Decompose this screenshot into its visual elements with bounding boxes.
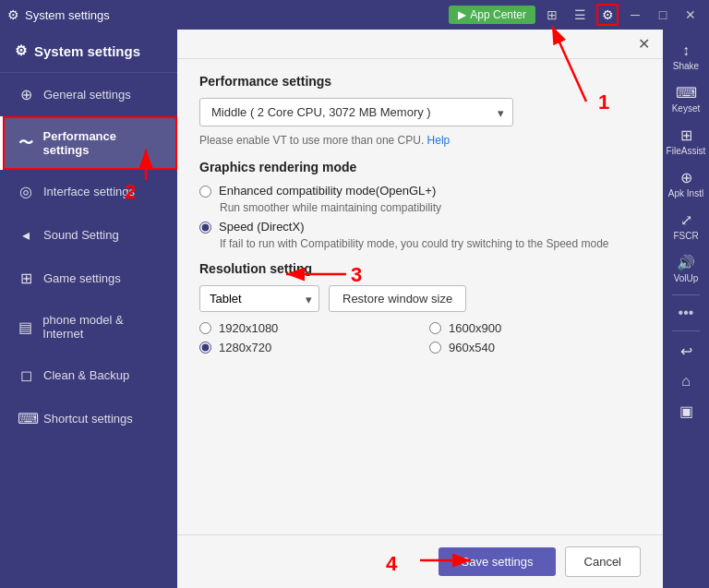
content-header: ✕ (177, 30, 663, 59)
directx-option: Speed (DirectX) (199, 220, 641, 234)
resolution-1280: 1280x720 (199, 341, 411, 354)
shortcut-icon: ⌨ (18, 410, 34, 427)
cpu-memory-dropdown[interactable]: Low ( 1 Core CPU, 1024 MB Memory ) Middl… (199, 98, 513, 126)
interface-icon: ◎ (18, 183, 34, 200)
resolution-1600: 1600x900 (429, 321, 641, 335)
apkinstl-label: Apk Instl (668, 188, 703, 198)
resolution-1920-radio[interactable] (199, 322, 211, 334)
home-icon: ⌂ (681, 373, 691, 390)
footer: Save settings Cancel (177, 534, 663, 588)
sidebar: ⚙ System settings ⊕ General settings 〜 P… (0, 30, 177, 588)
resolution-options-grid: 1920x1080 1600x900 1280x720 960x540 (199, 321, 641, 354)
fscr-tool[interactable]: ⤢ FSCR (663, 206, 709, 246)
sidebar-title: ⚙ System settings (0, 30, 177, 73)
opengl-label[interactable]: Enhanced compatibility mode(OpenGL+) (219, 184, 436, 198)
resolution-960-label[interactable]: 960x540 (449, 341, 495, 354)
more-tools-button[interactable]: ••• (675, 301, 698, 325)
sidebar-item-phone[interactable]: ▤ phone model & Internet (0, 300, 177, 354)
sidebar-title-icon: ⚙ (15, 42, 27, 59)
home-button[interactable]: ⌂ (663, 367, 709, 395)
sidebar-item-sound[interactable]: ◂ Sound Setting (0, 213, 177, 257)
cpu-memory-dropdown-wrapper: Low ( 1 Core CPU, 1024 MB Memory ) Middl… (199, 98, 513, 126)
opengl-option: Enhanced compatibility mode(OpenGL+) (199, 184, 641, 198)
restore-window-size-button[interactable]: Restore window size (329, 285, 466, 312)
resolution-1280-radio[interactable] (199, 342, 211, 354)
content-close-button[interactable]: ✕ (632, 33, 655, 54)
resolution-1920: 1920x1080 (199, 321, 411, 335)
directx-desc: If fail to run with Compatibility mode, … (220, 237, 641, 250)
opengl-radio[interactable] (199, 186, 211, 198)
volup-icon: 🔊 (677, 254, 695, 271)
resolution-1600-label[interactable]: 1600x900 (449, 321, 501, 335)
volup-tool[interactable]: 🔊 VolUp (663, 248, 709, 289)
sidebar-item-general[interactable]: ⊕ General settings (0, 73, 177, 116)
cancel-button[interactable]: Cancel (565, 546, 641, 577)
resolution-dropdown[interactable]: Tablet Phone Custom (199, 285, 319, 312)
keyset-label: Keyset (672, 103, 701, 114)
play-icon: ▶ (458, 8, 466, 21)
shake-icon: ↕ (682, 42, 690, 59)
graphics-radio-group: Enhanced compatibility mode(OpenGL+) Run… (199, 184, 641, 250)
fileassist-tool[interactable]: ⊞ FileAssist (663, 121, 709, 162)
back-icon: ↩ (680, 342, 692, 360)
clean-icon: ◻ (18, 366, 34, 384)
resolution-1600-radio[interactable] (429, 322, 441, 334)
shake-label: Shake (673, 61, 699, 71)
keyset-tool[interactable]: ⌨ Keyset (663, 78, 709, 119)
restore-icon[interactable]: □ (652, 4, 674, 26)
performance-section-title: Performance settings (199, 74, 641, 89)
recents-button[interactable]: ▣ (663, 397, 709, 426)
apkinstl-icon: ⊕ (680, 169, 692, 186)
toolbar-separator (672, 294, 700, 295)
fscr-label: FSCR (673, 231, 698, 241)
volup-label: VolUp (674, 273, 699, 283)
keyset-icon: ⌨ (676, 84, 697, 102)
minimize-icon[interactable]: ─ (624, 4, 646, 26)
save-settings-button[interactable]: Save settings (439, 547, 555, 576)
sidebar-item-clean[interactable]: ◻ Clean & Backup (0, 354, 177, 397)
resolution-960-radio[interactable] (429, 342, 441, 354)
app-center-button[interactable]: ▶ App Center (449, 6, 535, 24)
resolution-1920-label[interactable]: 1920x1080 (219, 321, 278, 335)
back-button[interactable]: ↩ (663, 337, 709, 366)
app-title: System settings (25, 8, 110, 22)
sidebar-item-performance[interactable]: 〜 Performance settings (0, 116, 177, 170)
opengl-desc: Run smoother while maintaining compatibi… (220, 201, 641, 214)
content-body: Performance settings Low ( 1 Core CPU, 1… (177, 59, 663, 534)
directx-radio[interactable] (199, 222, 211, 234)
shake-tool[interactable]: ↕ Shake (663, 37, 709, 77)
gear-icon-highlighted[interactable]: ⚙ (596, 4, 619, 26)
resolution-960: 960x540 (429, 341, 641, 354)
resolution-controls-row: Tablet Phone Custom Restore window size (199, 285, 641, 312)
resolution-dropdown-wrapper: Tablet Phone Custom (199, 285, 319, 312)
sound-icon: ◂ (18, 226, 34, 244)
directx-label[interactable]: Speed (DirectX) (219, 220, 304, 234)
apkinstl-tool[interactable]: ⊕ Apk Instl (663, 163, 709, 204)
sidebar-item-shortcut[interactable]: ⌨ Shortcut settings (0, 397, 177, 440)
fscr-icon: ⤢ (680, 211, 692, 229)
resolution-1280-label[interactable]: 1280x720 (219, 341, 271, 354)
recents-icon: ▣ (679, 402, 693, 420)
settings-gear-icon: ⚙ (7, 7, 19, 22)
main-container: ⚙ System settings ⊕ General settings 〜 P… (0, 30, 709, 588)
window-icon[interactable]: ⊞ (541, 4, 563, 26)
performance-icon: 〜 (18, 134, 34, 153)
title-bar-left: ⚙ System settings (7, 7, 110, 22)
close-icon[interactable]: ✕ (679, 4, 702, 26)
general-icon: ⊕ (18, 86, 34, 103)
help-link[interactable]: Help (427, 134, 451, 147)
sidebar-item-interface[interactable]: ◎ Interface settings (0, 170, 177, 213)
resolution-section: Resolution setting Tablet Phone Custom R… (199, 261, 641, 354)
vt-help-text: Please enable VT to use more than one CP… (199, 134, 641, 147)
fileassist-label: FileAssist (667, 146, 706, 156)
game-icon: ⊞ (18, 270, 34, 287)
toolbar-separator-2 (672, 330, 700, 331)
menu-icon[interactable]: ☰ (569, 4, 591, 26)
phone-icon: ▤ (18, 318, 33, 336)
title-bar: ⚙ System settings ▶ App Center ⊞ ☰ ⚙ ─ □… (0, 0, 709, 30)
content-area: ✕ Performance settings Low ( 1 Core CPU,… (177, 30, 663, 588)
fileassist-icon: ⊞ (680, 126, 692, 144)
right-toolbar: ↕ Shake ⌨ Keyset ⊞ FileAssist ⊕ Apk Inst… (663, 30, 709, 588)
title-bar-center: ▶ App Center ⊞ ☰ ⚙ ─ □ ✕ (449, 4, 702, 26)
sidebar-item-game[interactable]: ⊞ Game settings (0, 257, 177, 300)
